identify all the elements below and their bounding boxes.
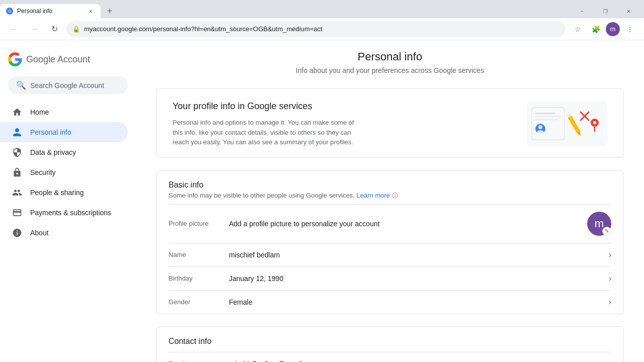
profile-chip[interactable]: m (606, 22, 620, 36)
name-value: mischief bedlam (229, 251, 609, 259)
sidebar-item-personal-info[interactable]: Personal info (0, 122, 128, 142)
profile-banner-title: Your profile info in Google services (173, 101, 515, 112)
minimize-button[interactable]: − (571, 4, 594, 18)
basic-info-card: Basic info Some info may be visible to o… (156, 170, 624, 314)
menu-button[interactable]: ⋮ (622, 21, 638, 37)
profile-avatar: m ✎ (587, 212, 611, 236)
back-button[interactable]: ← (6, 21, 22, 37)
profile-picture-desc: Add a profile picture to personalize you… (229, 220, 587, 228)
info-circle: ⓘ (392, 192, 398, 199)
email-row[interactable]: Email mischiefbedlam@gmail.com › (156, 352, 623, 363)
gender-value: Female (229, 298, 609, 306)
lock-icon: 🔒 (72, 26, 80, 33)
birthday-row[interactable]: Birthday January 12, 1990 › (156, 267, 623, 290)
payment-icon (12, 208, 22, 218)
url-text: myaccount.google.com/personal-info?hl=en… (84, 25, 323, 33)
profile-picture-label: Profile picture (169, 220, 229, 227)
dots-icon: ⋮ (626, 25, 633, 33)
bookmark-button[interactable]: ☆ (570, 21, 586, 37)
refresh-icon: ↻ (51, 24, 58, 34)
search-input[interactable] (30, 81, 120, 89)
svg-rect-2 (535, 116, 560, 117)
tab-close-button[interactable]: ✕ (87, 7, 95, 15)
email-label: Email (169, 360, 229, 362)
name-label: Name (169, 251, 229, 258)
home-icon (12, 107, 22, 117)
svg-point-5 (538, 125, 542, 129)
tab-title: Personal info (17, 8, 52, 15)
sidebar-item-personal-info-label: Personal info (30, 128, 71, 136)
shield-icon (12, 147, 22, 157)
sidebar-item-people-label: People & sharing (30, 189, 84, 197)
extensions-button[interactable]: 🧩 (588, 21, 604, 37)
people-icon (12, 188, 22, 198)
back-icon: ← (10, 25, 18, 34)
sidebar-item-people-sharing[interactable]: People & sharing (0, 183, 128, 203)
search-icon: 🔍 (16, 80, 26, 90)
birthday-chevron: › (609, 274, 611, 283)
sidebar-item-data-privacy-label: Data & privacy (30, 148, 76, 156)
contact-info-card: Contact info Email mischiefbedlam@gmail.… (156, 326, 624, 363)
gender-label: Gender (169, 298, 229, 306)
gender-chevron: › (609, 298, 611, 307)
info-icon (12, 228, 22, 238)
lock-icon (12, 167, 22, 177)
avatar-letter: m (595, 217, 604, 230)
profile-banner-desc: Personal info and options to manage it. … (173, 118, 364, 147)
email-chevron: › (609, 359, 611, 363)
email-value: mischiefbedlam@gmail.com (229, 360, 609, 363)
bookmark-icon: ☆ (575, 25, 581, 33)
birthday-label: Birthday (169, 275, 229, 282)
restore-button[interactable]: ❐ (594, 4, 617, 18)
svg-point-13 (593, 121, 596, 124)
learn-more-link[interactable]: Learn more (357, 192, 390, 199)
logo-text: Google Account (26, 54, 90, 65)
basic-info-header: Basic info Some info may be visible to o… (156, 170, 623, 204)
profile-banner-card: Your profile info in Google services Per… (156, 88, 624, 158)
new-tab-button[interactable]: + (103, 4, 117, 18)
birthday-value: January 12, 1990 (229, 275, 609, 283)
sidebar-item-about-label: About (30, 229, 49, 237)
contact-info-title: Contact info (169, 337, 611, 346)
basic-info-title: Basic info (169, 180, 611, 190)
page-title: Personal info (156, 50, 624, 63)
navigation-bar: ← → ↻ 🔒 myaccount.google.com/personal-in… (0, 18, 644, 40)
active-tab[interactable]: G Personal info ✕ (0, 4, 101, 18)
google-logo (8, 52, 22, 66)
svg-point-6 (537, 130, 544, 134)
basic-info-desc: Some info may be visible to other people… (169, 192, 611, 200)
sidebar-item-security-label: Security (30, 168, 56, 176)
page-header: Personal info Info about you and your pr… (156, 50, 624, 74)
profile-illustration (527, 101, 607, 146)
name-chevron: › (609, 250, 611, 259)
forward-button[interactable]: → (26, 21, 42, 37)
tab-favicon: G (6, 8, 13, 15)
person-icon (12, 127, 22, 137)
profile-banner-text: Your profile info in Google services Per… (173, 101, 515, 147)
puzzle-icon: 🧩 (592, 25, 600, 33)
svg-rect-1 (535, 113, 555, 114)
sidebar-item-security[interactable]: Security (0, 162, 128, 183)
gender-row[interactable]: Gender Female › (156, 291, 623, 314)
refresh-button[interactable]: ↻ (46, 21, 62, 37)
sidebar-search[interactable]: 🔍 (8, 76, 128, 94)
sidebar-item-home-label: Home (30, 108, 49, 116)
page-subtitle: Info about you and your preferences acro… (156, 66, 624, 74)
profile-picture-row[interactable]: Profile picture Add a profile picture to… (156, 205, 623, 243)
sidebar-item-data-privacy[interactable]: Data & privacy (0, 142, 128, 162)
main-content: Personal info Info about you and your pr… (136, 40, 644, 362)
address-bar[interactable]: 🔒 myaccount.google.com/personal-info?hl=… (66, 21, 566, 37)
sidebar-item-home[interactable]: Home (0, 102, 128, 122)
sidebar-item-payments[interactable]: Payments & subscriptions (0, 203, 128, 223)
contact-info-header: Contact info (156, 327, 623, 352)
sidebar-nav: Home Personal info Data & privacy Securi… (0, 102, 136, 243)
sidebar-logo: Google Account (0, 48, 136, 76)
forward-icon: → (30, 25, 38, 34)
svg-rect-0 (532, 108, 565, 140)
sidebar-item-about[interactable]: About (0, 223, 128, 243)
svg-rect-3 (535, 119, 558, 120)
name-row[interactable]: Name mischief bedlam › (156, 243, 623, 266)
illustration-svg (529, 104, 605, 144)
sidebar-item-payments-label: Payments & subscriptions (30, 209, 111, 217)
close-button[interactable]: ✕ (617, 4, 640, 18)
